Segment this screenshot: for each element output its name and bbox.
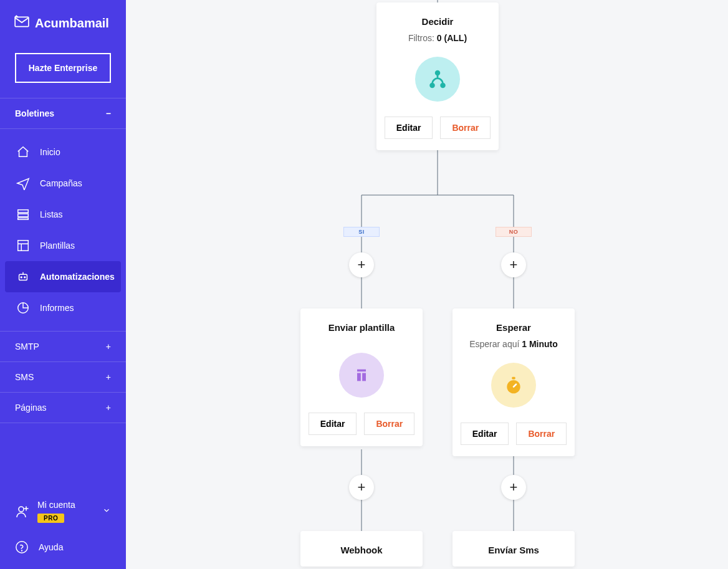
section-header-boletines[interactable]: Boletines − [0, 98, 126, 129]
nav-label: Inicio [40, 147, 60, 157]
list-icon [16, 208, 30, 221]
svg-point-6 [21, 277, 22, 278]
nav-inicio[interactable]: Inicio [5, 136, 121, 168]
svg-rect-28 [512, 377, 515, 380]
secondary-nav: SMTP + SMS + Páginas + [0, 331, 126, 423]
plus-icon: + [106, 342, 111, 351]
add-node-button[interactable]: + [501, 475, 526, 500]
section-header-label: Boletines [15, 108, 54, 118]
node-decide[interactable]: Decidir Filtros: 0 (ALL) Editar Borrar [376, 2, 499, 150]
edit-button[interactable]: Editar [461, 423, 509, 445]
home-icon [16, 145, 30, 159]
pro-badge: PRO [37, 514, 64, 523]
sidebar: Acumbamail Hazte Enterprise Boletines − … [0, 0, 126, 569]
svg-point-22 [441, 84, 445, 87]
node-title: Envíar Sms [488, 545, 539, 555]
delete-button[interactable]: Borrar [440, 117, 491, 139]
svg-rect-5 [19, 274, 27, 280]
svg-point-21 [431, 84, 434, 87]
svg-rect-0 [15, 17, 29, 26]
branch-tag-yes: SI [343, 227, 380, 237]
template-icon [339, 353, 384, 398]
svg-rect-25 [357, 373, 361, 381]
mail-icon [14, 14, 30, 33]
svg-rect-26 [362, 373, 366, 381]
section-smtp[interactable]: SMTP + [0, 331, 126, 362]
branch-tag-no: NO [496, 227, 532, 237]
nav-campanas[interactable]: Campañas [5, 168, 121, 199]
edit-button[interactable]: Editar [309, 413, 357, 435]
add-node-button[interactable]: + [349, 475, 374, 500]
node-title: Esperar [496, 322, 531, 333]
nav-label: Automatizaciones [40, 272, 115, 282]
node-webhook[interactable]: Webhook [300, 531, 423, 567]
stopwatch-icon [491, 363, 536, 408]
enterprise-cta-button[interactable]: Hazte Enterprise [15, 53, 111, 83]
edit-button[interactable]: Editar [385, 117, 433, 139]
help-link[interactable]: Ayuda [0, 532, 126, 569]
chevron-down-icon [102, 506, 111, 517]
node-title: Enviar plantilla [328, 322, 395, 333]
section-label: Páginas [15, 403, 47, 413]
svg-point-11 [22, 550, 22, 551]
svg-point-9 [19, 507, 24, 512]
nav-informes[interactable]: Informes [5, 292, 121, 323]
svg-point-7 [24, 277, 26, 278]
automation-canvas[interactable]: Decidir Filtros: 0 (ALL) Editar Borrar S… [126, 0, 728, 569]
node-title: Webhook [340, 545, 382, 555]
help-icon [15, 540, 29, 554]
account-label: Mi cuenta [37, 500, 95, 510]
robot-icon [16, 270, 30, 284]
plus-icon: + [106, 403, 111, 413]
user-icon [15, 504, 30, 519]
branch-icon [415, 57, 460, 102]
section-paginas[interactable]: Páginas + [0, 393, 126, 423]
node-title: Decidir [422, 16, 454, 27]
paper-plane-icon [16, 176, 30, 190]
nav-label: Listas [40, 209, 63, 219]
nav-listas[interactable]: Listas [5, 199, 121, 230]
add-node-button[interactable]: + [501, 252, 526, 277]
nav-label: Informes [40, 303, 74, 313]
nav: Inicio Campañas Listas Plantillas Automa… [0, 129, 126, 331]
node-subtitle: Filtros: 0 (ALL) [408, 33, 467, 43]
node-wait[interactable]: Esperar Esperar aquí 1 Minuto Editar Bor… [453, 308, 575, 456]
section-label: SMS [15, 372, 34, 382]
svg-rect-3 [18, 218, 29, 220]
node-send-template[interactable]: Enviar plantilla Editar Borrar [300, 308, 423, 446]
pie-chart-icon [16, 301, 30, 315]
section-label: SMTP [15, 342, 39, 351]
delete-button[interactable]: Borrar [364, 413, 414, 435]
nav-label: Campañas [40, 178, 82, 188]
node-subtitle: Esperar aquí 1 Minuto [469, 339, 558, 349]
help-label: Ayuda [39, 542, 63, 552]
svg-point-20 [436, 71, 439, 75]
section-sms[interactable]: SMS + [0, 362, 126, 393]
minus-icon: − [106, 108, 111, 118]
svg-rect-4 [18, 241, 29, 251]
nav-label: Plantillas [40, 241, 75, 251]
node-send-sms[interactable]: Envíar Sms [453, 531, 575, 567]
svg-rect-2 [18, 214, 29, 217]
delete-button[interactable]: Borrar [516, 423, 567, 445]
svg-rect-24 [357, 370, 366, 372]
add-node-button[interactable]: + [349, 252, 374, 277]
template-icon [16, 239, 30, 252]
logo: Acumbamail [0, 0, 126, 41]
brand-name: Acumbamail [35, 16, 109, 31]
svg-rect-1 [18, 210, 29, 213]
nav-plantillas[interactable]: Plantillas [5, 230, 121, 261]
account-menu[interactable]: Mi cuenta PRO [0, 491, 126, 532]
nav-automatizaciones[interactable]: Automatizaciones [5, 261, 121, 292]
plus-icon: + [106, 372, 111, 382]
